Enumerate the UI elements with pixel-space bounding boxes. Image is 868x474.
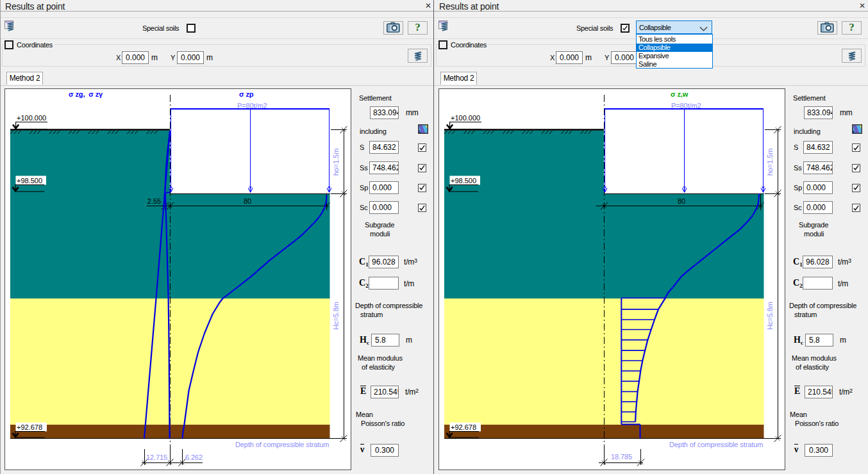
svg-text:12.715: 12.715 [146,454,167,461]
svg-text:Hc=5.8m: Hc=5.8m [332,302,340,330]
svg-text:+92.678: +92.678 [17,423,42,431]
svg-text:Hc=5.8m: Hc=5.8m [766,302,774,330]
svg-text:+98.500: +98.500 [17,177,42,184]
svg-text:80: 80 [678,197,685,205]
svg-text:P=80t/m2: P=80t/m2 [237,102,267,110]
svg-text:P=80t/m2: P=80t/m2 [671,102,701,110]
svg-text:ho=1.5m: ho=1.5m [332,149,340,176]
svg-text:+98.500: +98.500 [451,177,476,184]
svg-text:+100.000: +100.000 [451,114,480,122]
svg-text:σ zg, σ zγ: σ zg, σ zγ [69,90,103,98]
svg-text:Depth of compressible stratum: Depth of compressible stratum [669,441,763,448]
svg-text:Depth of compressible stratum: Depth of compressible stratum [235,441,329,448]
svg-text:6.262: 6.262 [185,454,203,461]
svg-text:18.785: 18.785 [611,453,632,461]
svg-text:+100.000: +100.000 [17,114,46,122]
svg-text:ho=1.5m: ho=1.5m [766,149,774,176]
svg-text:80: 80 [244,197,251,205]
svg-text:2.55: 2.55 [147,197,161,205]
svg-text:σ z,w: σ z,w [671,90,689,98]
svg-text:σ zp: σ zp [239,90,254,98]
svg-text:+92.678: +92.678 [451,423,476,431]
